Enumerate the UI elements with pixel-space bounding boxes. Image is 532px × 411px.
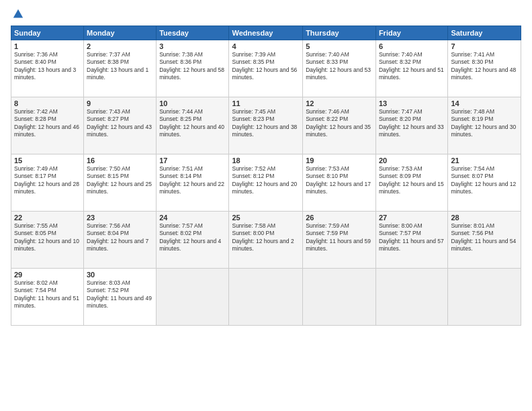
day-number: 23: [87, 214, 153, 222]
calendar-day-30: 30 Sunrise: 8:03 AM Sunset: 7:52 PM Dayl…: [84, 269, 157, 326]
calendar-day-15: 15 Sunrise: 7:49 AM Sunset: 8:17 PM Dayl…: [11, 154, 84, 212]
day-number: 18: [232, 156, 300, 165]
calendar-week-row: 15 Sunrise: 7:49 AM Sunset: 8:17 PM Dayl…: [11, 154, 521, 212]
calendar-day-14: 14 Sunrise: 7:48 AM Sunset: 8:19 PM Dayl…: [448, 97, 521, 154]
calendar-table: SundayMondayTuesdayWednesdayThursdayFrid…: [11, 26, 521, 326]
day-number: 2: [87, 42, 153, 50]
calendar-day-27: 27 Sunrise: 8:00 AM Sunset: 7:57 PM Dayl…: [375, 212, 447, 269]
calendar-header-friday: Friday: [375, 26, 447, 40]
calendar-day-11: 11 Sunrise: 7:45 AM Sunset: 8:23 PM Dayl…: [229, 97, 303, 154]
day-number: 27: [379, 214, 445, 222]
day-info: Sunrise: 7:41 AM Sunset: 8:30 PM Dayligh…: [451, 51, 518, 82]
calendar-empty-cell: [157, 269, 229, 326]
day-number: 20: [379, 156, 445, 165]
svg-marker-0: [13, 9, 23, 18]
day-number: 21: [451, 156, 518, 165]
day-info: Sunrise: 7:58 AM Sunset: 8:00 PM Dayligh…: [232, 222, 300, 253]
calendar-week-row: 22 Sunrise: 7:55 AM Sunset: 8:05 PM Dayl…: [11, 212, 521, 269]
day-info: Sunrise: 7:57 AM Sunset: 8:02 PM Dayligh…: [159, 222, 226, 253]
calendar-day-23: 23 Sunrise: 7:56 AM Sunset: 8:04 PM Dayl…: [84, 212, 157, 269]
day-number: 25: [232, 214, 300, 222]
day-number: 17: [159, 156, 226, 165]
day-number: 16: [87, 156, 153, 165]
calendar-day-24: 24 Sunrise: 7:57 AM Sunset: 8:02 PM Dayl…: [157, 212, 229, 269]
day-info: Sunrise: 7:54 AM Sunset: 8:07 PM Dayligh…: [451, 165, 518, 196]
day-info: Sunrise: 7:59 AM Sunset: 7:59 PM Dayligh…: [306, 222, 373, 253]
calendar-header-monday: Monday: [84, 26, 157, 40]
day-number: 13: [379, 99, 445, 107]
calendar-week-row: 1 Sunrise: 7:36 AM Sunset: 8:40 PM Dayli…: [11, 40, 521, 97]
logo: [11, 8, 24, 20]
day-info: Sunrise: 8:00 AM Sunset: 7:57 PM Dayligh…: [379, 222, 445, 253]
calendar-day-8: 8 Sunrise: 7:42 AM Sunset: 8:28 PM Dayli…: [11, 97, 84, 154]
day-info: Sunrise: 8:03 AM Sunset: 7:52 PM Dayligh…: [87, 279, 153, 310]
day-number: 7: [451, 42, 518, 50]
calendar-day-13: 13 Sunrise: 7:47 AM Sunset: 8:20 PM Dayl…: [375, 97, 447, 154]
calendar-empty-cell: [375, 269, 447, 326]
day-info: Sunrise: 7:50 AM Sunset: 8:15 PM Dayligh…: [87, 165, 153, 196]
calendar-day-2: 2 Sunrise: 7:37 AM Sunset: 8:38 PM Dayli…: [84, 40, 157, 97]
day-info: Sunrise: 7:53 AM Sunset: 8:09 PM Dayligh…: [379, 165, 445, 196]
calendar-day-3: 3 Sunrise: 7:38 AM Sunset: 8:36 PM Dayli…: [157, 40, 229, 97]
calendar-day-7: 7 Sunrise: 7:41 AM Sunset: 8:30 PM Dayli…: [448, 40, 521, 97]
calendar-day-9: 9 Sunrise: 7:43 AM Sunset: 8:27 PM Dayli…: [84, 97, 157, 154]
page: SundayMondayTuesdayWednesdayThursdayFrid…: [0, 0, 532, 411]
calendar-day-6: 6 Sunrise: 7:40 AM Sunset: 8:32 PM Dayli…: [375, 40, 447, 97]
day-number: 4: [232, 42, 300, 50]
day-info: Sunrise: 7:37 AM Sunset: 8:38 PM Dayligh…: [87, 51, 153, 82]
calendar-day-19: 19 Sunrise: 7:53 AM Sunset: 8:10 PM Dayl…: [303, 154, 376, 212]
day-info: Sunrise: 7:55 AM Sunset: 8:05 PM Dayligh…: [14, 222, 81, 253]
day-info: Sunrise: 7:39 AM Sunset: 8:35 PM Dayligh…: [232, 51, 300, 82]
calendar-day-20: 20 Sunrise: 7:53 AM Sunset: 8:09 PM Dayl…: [375, 154, 447, 212]
day-number: 28: [451, 214, 518, 222]
calendar-empty-cell: [448, 269, 521, 326]
calendar-header-tuesday: Tuesday: [157, 26, 229, 40]
day-info: Sunrise: 7:42 AM Sunset: 8:28 PM Dayligh…: [14, 108, 81, 139]
day-number: 1: [14, 42, 81, 50]
day-number: 22: [14, 214, 81, 222]
day-number: 5: [306, 42, 373, 50]
day-info: Sunrise: 7:56 AM Sunset: 8:04 PM Dayligh…: [87, 222, 153, 253]
calendar-header-row: SundayMondayTuesdayWednesdayThursdayFrid…: [11, 26, 521, 40]
day-number: 29: [14, 271, 81, 279]
calendar-day-12: 12 Sunrise: 7:46 AM Sunset: 8:22 PM Dayl…: [303, 97, 376, 154]
calendar-week-row: 29 Sunrise: 8:02 AM Sunset: 7:54 PM Dayl…: [11, 269, 521, 326]
calendar-day-10: 10 Sunrise: 7:44 AM Sunset: 8:25 PM Dayl…: [157, 97, 229, 154]
day-info: Sunrise: 7:49 AM Sunset: 8:17 PM Dayligh…: [14, 165, 81, 196]
logo-icon: [12, 8, 24, 20]
day-info: Sunrise: 8:02 AM Sunset: 7:54 PM Dayligh…: [14, 279, 81, 310]
calendar-day-18: 18 Sunrise: 7:52 AM Sunset: 8:12 PM Dayl…: [229, 154, 303, 212]
calendar-day-22: 22 Sunrise: 7:55 AM Sunset: 8:05 PM Dayl…: [11, 212, 84, 269]
day-info: Sunrise: 8:01 AM Sunset: 7:56 PM Dayligh…: [451, 222, 518, 253]
day-info: Sunrise: 7:45 AM Sunset: 8:23 PM Dayligh…: [232, 108, 300, 139]
day-number: 26: [306, 214, 373, 222]
calendar-header-thursday: Thursday: [303, 26, 376, 40]
day-info: Sunrise: 7:46 AM Sunset: 8:22 PM Dayligh…: [306, 108, 373, 139]
day-info: Sunrise: 7:48 AM Sunset: 8:19 PM Dayligh…: [451, 108, 518, 139]
day-number: 9: [87, 99, 153, 107]
calendar-day-29: 29 Sunrise: 8:02 AM Sunset: 7:54 PM Dayl…: [11, 269, 84, 326]
calendar-day-5: 5 Sunrise: 7:40 AM Sunset: 8:33 PM Dayli…: [303, 40, 376, 97]
day-number: 3: [159, 42, 226, 50]
calendar-empty-cell: [303, 269, 376, 326]
calendar-week-row: 8 Sunrise: 7:42 AM Sunset: 8:28 PM Dayli…: [11, 97, 521, 154]
day-number: 15: [14, 156, 81, 165]
day-info: Sunrise: 7:38 AM Sunset: 8:36 PM Dayligh…: [159, 51, 226, 82]
calendar-day-21: 21 Sunrise: 7:54 AM Sunset: 8:07 PM Dayl…: [448, 154, 521, 212]
calendar-day-16: 16 Sunrise: 7:50 AM Sunset: 8:15 PM Dayl…: [84, 154, 157, 212]
day-number: 24: [159, 214, 226, 222]
calendar-day-25: 25 Sunrise: 7:58 AM Sunset: 8:00 PM Dayl…: [229, 212, 303, 269]
day-info: Sunrise: 7:44 AM Sunset: 8:25 PM Dayligh…: [159, 108, 226, 139]
day-info: Sunrise: 7:53 AM Sunset: 8:10 PM Dayligh…: [306, 165, 373, 196]
day-info: Sunrise: 7:52 AM Sunset: 8:12 PM Dayligh…: [232, 165, 300, 196]
calendar-day-4: 4 Sunrise: 7:39 AM Sunset: 8:35 PM Dayli…: [229, 40, 303, 97]
day-info: Sunrise: 7:40 AM Sunset: 8:33 PM Dayligh…: [306, 51, 373, 82]
calendar-header-sunday: Sunday: [11, 26, 84, 40]
day-number: 19: [306, 156, 373, 165]
calendar-day-26: 26 Sunrise: 7:59 AM Sunset: 7:59 PM Dayl…: [303, 212, 376, 269]
day-info: Sunrise: 7:43 AM Sunset: 8:27 PM Dayligh…: [87, 108, 153, 139]
day-number: 11: [232, 99, 300, 107]
calendar-header-saturday: Saturday: [448, 26, 521, 40]
day-number: 8: [14, 99, 81, 107]
calendar-day-1: 1 Sunrise: 7:36 AM Sunset: 8:40 PM Dayli…: [11, 40, 84, 97]
